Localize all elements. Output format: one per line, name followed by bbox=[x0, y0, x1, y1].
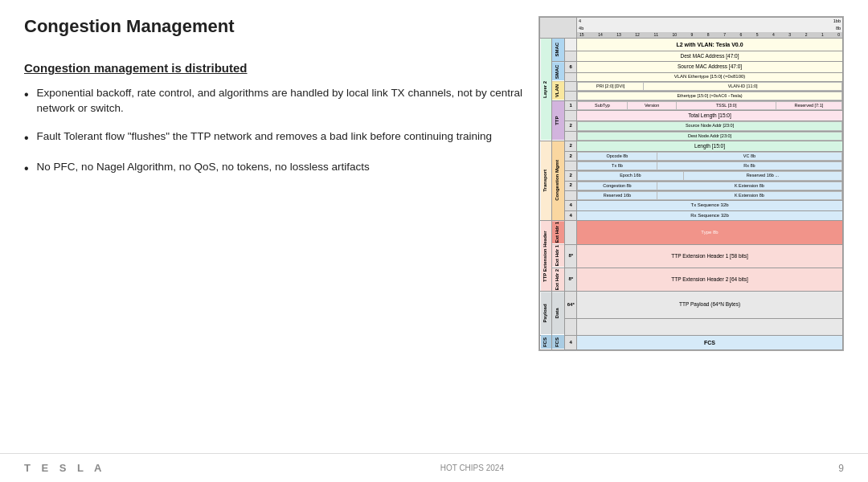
footer-logo: T E S L A bbox=[24, 462, 105, 474]
ext-hdr2-row: Ext Hdr 2 8* TTP Extension Header 2 [64 … bbox=[540, 268, 843, 292]
vlan-info-row: VLAN PRI [2:0] [DVI] VLAN-ID [11:0] bbox=[540, 81, 843, 91]
ethertype-row: Ethertype [15:0] (=0xAC6 ~Tesla) bbox=[540, 91, 843, 100]
bullet-list: Exponential backoff, rate control, and a… bbox=[24, 86, 522, 178]
payload-row: Payload Data 64* TTP Payload (64*N Bytes… bbox=[540, 292, 843, 318]
epoch-row: 2 Epoch 16b Reserved 16b ... bbox=[540, 171, 843, 181]
bullet-item-3: No PFC, no Nagel Algorithm, no QoS, no t… bbox=[24, 160, 522, 178]
packet-structure-table: 4 1bb 4b 8b bbox=[539, 17, 843, 350]
dest-node-row: Dest Node Addr [23:0] bbox=[540, 131, 843, 141]
bit-header-row: 4 1bb 4b 8b bbox=[540, 18, 843, 39]
congestion-row: 2 Congestion 8b K Extension 8b bbox=[540, 181, 843, 190]
ext-hdr1-row: Ext Hdr 1 8* TTP Extension Header 1 [58 … bbox=[540, 244, 843, 268]
ttp-hdr-row1: TTP 1 SubTyp Version TSSL [3:0] Reserved… bbox=[540, 100, 843, 110]
length-row: Transport Congestion Mgmt 2 Length [15:0… bbox=[540, 141, 843, 151]
vlan-etype-row: VLAN Ethertype [15:0] (=0x8100) bbox=[540, 72, 843, 81]
slide-footer: T E S L A HOT CHIPS 2024 9 bbox=[0, 453, 868, 482]
source-mac-row: SMAC 6 Source MAC Address [47:0] bbox=[540, 62, 843, 72]
bullet-item-2: Fault Tolerant flow "flushes" the TTP ne… bbox=[24, 129, 522, 147]
rx-seq-row: 4 Rx Sequence 32b bbox=[540, 210, 843, 221]
packet-diagram: 4 1bb 4b 8b bbox=[538, 16, 844, 351]
tx-rx-row: Tx 8b Rx 8b bbox=[540, 161, 843, 171]
footer-center-text: HOT CHIPS 2024 bbox=[440, 464, 504, 472]
l2-vlan-row: Layer 2 SMAC L2 with VLAN: Tesla V0.0 bbox=[540, 38, 843, 51]
slide: Congestion Management Congestion managem… bbox=[0, 0, 868, 482]
type-row: TTP Extension Header Ext Hdr 1 Type 8b bbox=[540, 221, 843, 244]
fcs-row: FCS FCS 4 FCS bbox=[540, 335, 843, 349]
left-panel: Congestion Management Congestion managem… bbox=[24, 16, 538, 445]
tx-seq-row: 4 Tx Sequence 32b bbox=[540, 200, 843, 210]
slide-content: Congestion Management Congestion managem… bbox=[0, 0, 868, 453]
footer-page-number: 9 bbox=[838, 463, 844, 474]
opcode-row: 2 Opcode 8b VC 8b bbox=[540, 152, 843, 161]
dest-mac-row: Dest MAC Address [47:0] bbox=[540, 51, 843, 61]
right-panel: 4 1bb 4b 8b bbox=[538, 16, 844, 445]
payload-cont-row bbox=[540, 318, 843, 335]
bullet-item-1: Exponential backoff, rate control, and a… bbox=[24, 86, 522, 116]
total-length-row: Total Length [15:0] bbox=[540, 110, 843, 120]
slide-title: Congestion Management bbox=[24, 16, 522, 37]
section-heading: Congestion management is distributed bbox=[24, 61, 522, 75]
reserved-row: Reserved 16b K Extension 8b bbox=[540, 190, 843, 200]
node-addr-row: 2 Source Node Addr [23:0] bbox=[540, 121, 843, 131]
